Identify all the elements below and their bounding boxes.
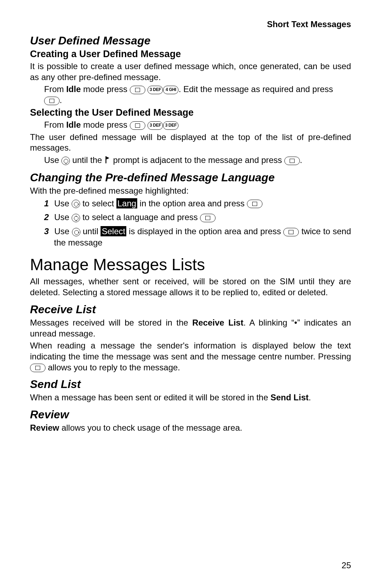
paragraph: Review allows you to check usage of the …	[30, 423, 351, 434]
ok-key-icon	[283, 228, 299, 236]
text-bold: Send List	[271, 393, 309, 402]
list-number: 2	[44, 212, 52, 223]
nav-down-key-icon	[61, 157, 70, 165]
list-item: 3 Use until Select is displayed in the o…	[44, 226, 351, 248]
svg-point-0	[64, 159, 68, 163]
nav-right-key-icon	[72, 200, 80, 208]
svg-point-8	[74, 230, 79, 235]
text: Use	[44, 155, 61, 165]
text: to select	[80, 199, 116, 208]
list-number: 1	[44, 198, 52, 209]
step-text: From Idle mode press 3 DEF3 DEF	[30, 120, 351, 131]
text: When a message has been sent or edited i…	[30, 393, 271, 402]
paragraph: Messages received will be stored in the …	[30, 317, 351, 339]
text: mode press	[81, 120, 130, 129]
svg-point-1	[66, 163, 67, 164]
text: . Edit the message as required and press	[179, 84, 333, 94]
svg-point-6	[76, 216, 77, 217]
heading-creating-udm: Creating a User Defined Message	[30, 49, 351, 60]
text: allows you to check usage of the message…	[59, 423, 242, 432]
text: .	[309, 393, 311, 402]
text: From	[44, 120, 66, 129]
heading-review: Review	[30, 408, 351, 421]
svg-point-7	[76, 220, 77, 221]
svg-point-5	[74, 216, 78, 220]
text: allows you to reply to the message.	[48, 363, 180, 372]
heading-receive-list: Receive List	[30, 303, 351, 316]
paragraph: When a message has been sent or edited i…	[30, 392, 351, 403]
key-4ghi-icon: 4 GHI	[163, 86, 179, 94]
paragraph: All messages, whether sent or received, …	[30, 276, 351, 298]
step-text: Use until the prompt is adjacent to the …	[30, 155, 351, 166]
heading-manage-messages: Manage Messages Lists	[30, 255, 351, 274]
highlight-lang: Lang	[116, 198, 137, 208]
text: until	[80, 226, 101, 236]
text: until the	[72, 155, 102, 165]
svg-rect-2	[105, 156, 107, 163]
text: Messages received will be stored in the	[30, 318, 192, 327]
list-number: 3	[44, 226, 52, 237]
heading-user-defined-message: User Defined Message	[30, 34, 351, 47]
text: prompt is adjacent to the message and pr…	[113, 155, 284, 165]
text: Use	[54, 226, 72, 236]
ok-key-icon	[44, 97, 60, 105]
menu-key-icon	[130, 121, 145, 130]
text: is displayed in the option area and pres…	[126, 226, 283, 236]
svg-point-4	[78, 204, 79, 205]
text: From	[44, 84, 66, 94]
menu-key-icon	[130, 86, 145, 94]
ok-key-icon	[30, 364, 46, 372]
ok-key-icon	[284, 157, 300, 165]
ok-key-icon	[247, 200, 262, 208]
text: Use	[54, 199, 72, 208]
heading-send-list: Send List	[30, 378, 351, 391]
numbered-list: 1 Use to select Lang in the option area …	[30, 198, 351, 248]
svg-point-3	[74, 202, 78, 206]
key-3def-icon: 3 DEF	[147, 86, 163, 94]
text: When reading a message the sender's info…	[30, 341, 351, 361]
ok-key-icon	[200, 214, 216, 222]
step-text: From Idle mode press 3 DEF4 GHI. Edit th…	[30, 84, 351, 105]
page-number: 25	[341, 560, 351, 570]
highlight-select: Select	[101, 226, 126, 236]
text: .	[60, 95, 62, 105]
list-item: 1 Use to select Lang in the option area …	[44, 198, 351, 209]
key-3def-icon: 3 DEF	[147, 121, 163, 130]
running-header: Short Text Messages	[30, 19, 351, 29]
paragraph: It is possible to create a user defined …	[30, 61, 351, 83]
svg-point-9	[78, 232, 79, 233]
text: in the option area and press	[137, 199, 247, 208]
heading-changing-language: Changing the Pre-defined Message Languag…	[30, 171, 351, 184]
text: mode press	[81, 84, 130, 94]
text: .	[300, 155, 302, 165]
nav-updown-key-icon	[72, 214, 80, 222]
text-idle: Idle	[66, 84, 81, 94]
text: to select a language and press	[80, 212, 200, 222]
text-bold: Receive List	[192, 318, 243, 327]
paragraph: The user defined message will be display…	[30, 132, 351, 153]
page: Short Text Messages User Defined Message…	[0, 0, 381, 588]
paragraph: When reading a message the sender's info…	[30, 340, 351, 373]
key-3def-icon: 3 DEF	[163, 121, 179, 130]
nav-right-key-icon	[72, 228, 80, 236]
text: Use	[54, 212, 72, 222]
paragraph: With the pre-defined message highlighted…	[30, 186, 351, 196]
text-bold: Review	[30, 423, 59, 432]
text-idle: Idle	[66, 120, 81, 129]
cursor-flag-icon	[105, 155, 110, 166]
list-item: 2 Use to select a language and press	[44, 212, 351, 223]
heading-selecting-udm: Selecting the User Defined Message	[30, 107, 351, 118]
